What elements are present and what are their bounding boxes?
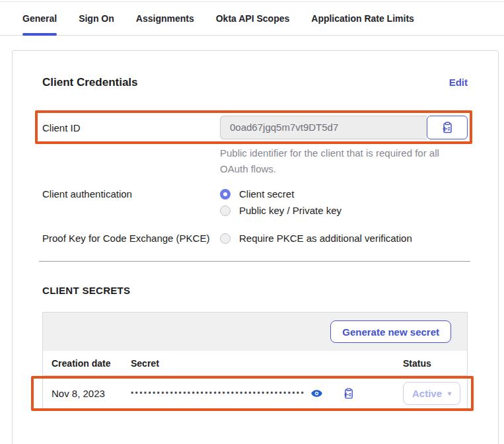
generate-new-secret-button[interactable]: Generate new secret xyxy=(330,320,451,343)
reveal-secret-button[interactable] xyxy=(310,387,323,400)
option-client-secret[interactable]: Client secret xyxy=(220,188,342,200)
client-id-help-text: Public identifier for the client that is… xyxy=(220,145,446,177)
app-tab-bar: General Sign On Assignments Okta API Sco… xyxy=(0,2,504,36)
card-header: Client Credentials Edit xyxy=(42,76,468,89)
client-secrets-table: Generate new secret Creation date Secret… xyxy=(42,312,468,411)
tab-okta-api-scopes[interactable]: Okta API Scopes xyxy=(216,2,290,35)
option-public-private-key[interactable]: Public key / Private key xyxy=(220,205,342,216)
masked-secret-value: •••••••••••••••••••••••••••••••••••••••• xyxy=(131,388,305,398)
client-id-row: Client ID 0oad67jgq5m7vt9DT5d7 xyxy=(42,116,468,139)
copy-secret-button[interactable] xyxy=(342,387,355,400)
pkce-option-label: Require PKCE as additional verification xyxy=(239,233,412,244)
eye-icon xyxy=(310,387,323,400)
status-label: Active xyxy=(412,388,442,399)
option-label: Client secret xyxy=(239,188,294,200)
pkce-row: Proof Key for Code Exchange (PKCE) Requi… xyxy=(42,233,468,244)
client-secrets-heading: CLIENT SECRETS xyxy=(42,285,468,296)
pkce-option[interactable]: Require PKCE as additional verification xyxy=(220,233,412,244)
checkbox-unchecked-icon[interactable] xyxy=(220,233,231,244)
option-label: Public key / Private key xyxy=(239,205,342,216)
edit-link[interactable]: Edit xyxy=(449,77,468,88)
secret-table-row: Nov 8, 2023 ••••••••••••••••••••••••••••… xyxy=(43,376,467,410)
column-header-status: Status xyxy=(403,358,467,369)
clipboard-copy-icon xyxy=(441,121,454,134)
tab-general[interactable]: General xyxy=(22,2,57,35)
status-dropdown-button[interactable]: Active ▾ xyxy=(403,382,460,405)
section-divider xyxy=(39,261,470,262)
client-authentication-label: Client authentication xyxy=(42,188,220,200)
pkce-label: Proof Key for Code Exchange (PKCE) xyxy=(42,233,220,244)
client-id-input[interactable]: 0oad67jgq5m7vt9DT5d7 xyxy=(220,116,427,139)
client-id-label: Client ID xyxy=(42,122,220,133)
chevron-down-icon: ▾ xyxy=(448,390,451,397)
client-credentials-card: Client Credentials Edit Client ID 0oad67… xyxy=(12,50,499,444)
tab-application-rate-limits[interactable]: Application Rate Limits xyxy=(311,2,414,35)
table-toolbar: Generate new secret xyxy=(43,313,467,351)
tab-sign-on[interactable]: Sign On xyxy=(79,2,114,35)
client-authentication-row: Client authentication Client secret Publ… xyxy=(42,188,468,216)
clipboard-copy-icon xyxy=(342,387,355,400)
radio-selected-icon[interactable] xyxy=(220,189,231,200)
secret-cell: •••••••••••••••••••••••••••••••••••••••• xyxy=(131,387,403,400)
status-cell: Active ▾ xyxy=(403,382,467,405)
client-authentication-options: Client secret Public key / Private key xyxy=(220,188,342,216)
table-header-row: Creation date Secret Status xyxy=(43,351,467,376)
section-title: Client Credentials xyxy=(42,76,138,89)
radio-unselected-icon[interactable] xyxy=(220,205,231,216)
column-header-secret: Secret xyxy=(131,358,403,369)
client-id-input-group: 0oad67jgq5m7vt9DT5d7 xyxy=(220,116,468,139)
column-header-creation-date: Creation date xyxy=(52,358,131,369)
tab-assignments[interactable]: Assignments xyxy=(136,2,194,35)
creation-date-cell: Nov 8, 2023 xyxy=(52,388,131,399)
copy-client-id-button[interactable] xyxy=(427,116,468,139)
